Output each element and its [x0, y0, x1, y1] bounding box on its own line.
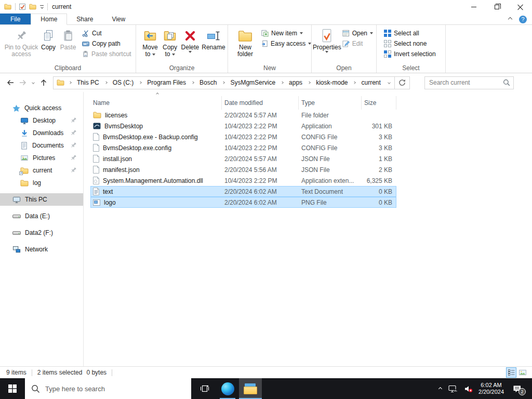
task-view-button[interactable] [193, 378, 216, 399]
column-header-size[interactable]: Size [362, 96, 396, 110]
dropdown-icon [325, 51, 328, 53]
sidebar-item-quick-access[interactable]: Quick access [0, 102, 83, 114]
chevron-right-icon [281, 81, 284, 84]
easy-access-button[interactable]: Easy access [259, 38, 313, 49]
sidebar-item-network[interactable]: Network [0, 243, 83, 256]
explorer-window: current File Home Share View Pin to Quic… [0, 0, 532, 399]
qat-new-folder-button[interactable] [29, 4, 36, 10]
taskbar-clock[interactable]: 6:02 AM 2/20/2024 [478, 382, 504, 395]
cut-button[interactable]: Cut [80, 28, 134, 38]
sidebar-item-log[interactable]: log [0, 177, 83, 189]
drive-icon [12, 212, 21, 220]
qat-customize-button[interactable] [40, 5, 44, 8]
sidebar-item-drive-f[interactable]: Data2 (F:) [0, 227, 83, 239]
refresh-button[interactable] [395, 76, 410, 89]
restore-button[interactable] [485, 0, 509, 14]
taskbar-edge-button[interactable] [216, 378, 239, 399]
tab-file[interactable]: File [0, 14, 31, 24]
breadcrumb-segment[interactable]: Program Files [146, 79, 187, 86]
arrow-up-icon [39, 78, 48, 87]
clock-time: 6:02 AM [478, 382, 504, 389]
search-icon[interactable] [503, 79, 510, 86]
taskbar-search-input[interactable] [45, 385, 191, 393]
rename-icon [207, 30, 220, 42]
sidebar-item-this-pc[interactable]: This PC [0, 193, 83, 206]
new-item-button[interactable]: New item [259, 28, 313, 38]
breadcrumb[interactable]: This PC OS (C:) Program Files Bosch SysM… [53, 76, 395, 89]
sidebar-item-pictures[interactable]: Pictures [0, 152, 83, 164]
column-header-date-modified[interactable]: Date modified [222, 96, 299, 110]
tab-view[interactable]: View [102, 14, 135, 24]
show-hidden-icons-button[interactable] [438, 387, 443, 391]
properties-button[interactable]: Properties [316, 26, 338, 54]
move-to-button[interactable]: Move to [140, 26, 160, 59]
minimize-button[interactable] [462, 0, 485, 14]
tab-home[interactable]: Home [31, 14, 67, 25]
new-folder-button[interactable]: New folder [235, 26, 255, 59]
file-row-text[interactable]: text 2/20/2024 6:02 AM Text Document 0 K… [90, 186, 396, 197]
address-dropdown-icon[interactable] [388, 81, 391, 84]
recent-locations-button[interactable] [29, 76, 37, 89]
column-header-name[interactable]: Name [90, 96, 222, 110]
forward-button[interactable] [17, 76, 29, 89]
breadcrumb-segment[interactable]: OS (C:) [112, 79, 135, 86]
help-icon[interactable] [519, 16, 527, 23]
tray-volume-muted-icon[interactable] [463, 384, 474, 394]
pin-to-quick-access-button[interactable]: Pin to Quick access [4, 26, 38, 59]
search-input[interactable] [429, 79, 503, 86]
taskbar-file-explorer-button[interactable] [239, 378, 262, 399]
separator [47, 3, 48, 10]
tab-share[interactable]: Share [67, 14, 102, 24]
chevron-right-icon [104, 81, 108, 84]
breadcrumb-segment[interactable]: kiosk-mode [315, 79, 349, 86]
select-none-button[interactable]: Select none [382, 38, 438, 49]
sidebar-item-downloads[interactable]: Downloads [0, 127, 83, 139]
breadcrumb-segment[interactable]: current [360, 79, 381, 86]
paste-button[interactable]: Paste [58, 26, 78, 52]
notifications-button[interactable]: 2 [512, 383, 523, 394]
sidebar-item-drive-e[interactable]: Data (E:) [0, 210, 83, 222]
copy-path-button[interactable]: Copy path [80, 38, 134, 49]
sidebar-item-documents[interactable]: Documents [0, 139, 83, 152]
edit-button[interactable]: Edit [340, 38, 375, 49]
file-row-install-json[interactable]: install.json 2/20/2024 5:57 AM JSON File… [90, 153, 396, 164]
minimize-ribbon-icon[interactable] [508, 17, 512, 21]
column-header-type[interactable]: Type [299, 96, 362, 110]
chevron-right-icon [353, 81, 356, 84]
file-row-automation-dll[interactable]: System.Management.Automation.dll 10/4/20… [90, 175, 396, 186]
file-row-backup-config[interactable]: BvmsDesktop.exe - Backup.config 10/4/202… [90, 131, 396, 142]
details-view-button[interactable] [506, 367, 516, 378]
file-row-licenses[interactable]: licenses 2/20/2024 5:57 AM File folder [90, 110, 396, 121]
close-button[interactable] [509, 0, 532, 14]
open-button[interactable]: Open [340, 28, 375, 38]
file-row-logo[interactable]: logo 2/20/2024 6:02 AM PNG File 0 KB [90, 197, 396, 208]
paste-shortcut-button[interactable]: Paste shortcut [80, 49, 134, 59]
file-row-exe-config[interactable]: BvmsDesktop.exe.config 10/4/2023 2:22 PM… [90, 142, 396, 153]
image-file-icon [93, 200, 100, 206]
file-row-manifest-json[interactable]: manifest.json 2/20/2024 5:56 AM JSON Fil… [90, 164, 396, 175]
breadcrumb-segment[interactable]: Bosch [198, 79, 218, 86]
breadcrumb-segment[interactable]: SysMgmService [229, 79, 276, 86]
copy-to-button[interactable]: Copy to [160, 26, 180, 59]
qat-properties-button[interactable] [19, 4, 25, 10]
select-all-button[interactable]: Select all [382, 28, 438, 38]
windows-logo-icon [8, 384, 17, 393]
back-button[interactable] [4, 76, 17, 89]
window-controls [462, 0, 532, 14]
delete-button[interactable]: Delete [180, 26, 201, 54]
copy-button[interactable]: Copy [38, 26, 58, 52]
dropdown-icon [189, 51, 192, 53]
start-button[interactable] [0, 378, 25, 399]
large-icons-view-button[interactable] [517, 367, 528, 378]
breadcrumb-segment[interactable]: This PC [76, 79, 100, 86]
folder-icon [57, 79, 64, 86]
invert-selection-button[interactable]: Invert selection [382, 49, 438, 59]
rename-button[interactable]: Rename [201, 26, 227, 52]
sidebar-item-current[interactable]: current [0, 164, 83, 177]
system-tray: 6:02 AM 2/20/2024 2 [438, 378, 532, 399]
sidebar-item-desktop[interactable]: Desktop [0, 114, 83, 127]
file-row-bvmsdesktop[interactable]: BvmsDesktop 10/4/2023 2:22 PM Applicatio… [90, 121, 396, 131]
up-button[interactable] [37, 76, 50, 89]
breadcrumb-segment[interactable]: apps [288, 79, 303, 86]
tray-network-icon[interactable] [447, 384, 458, 394]
